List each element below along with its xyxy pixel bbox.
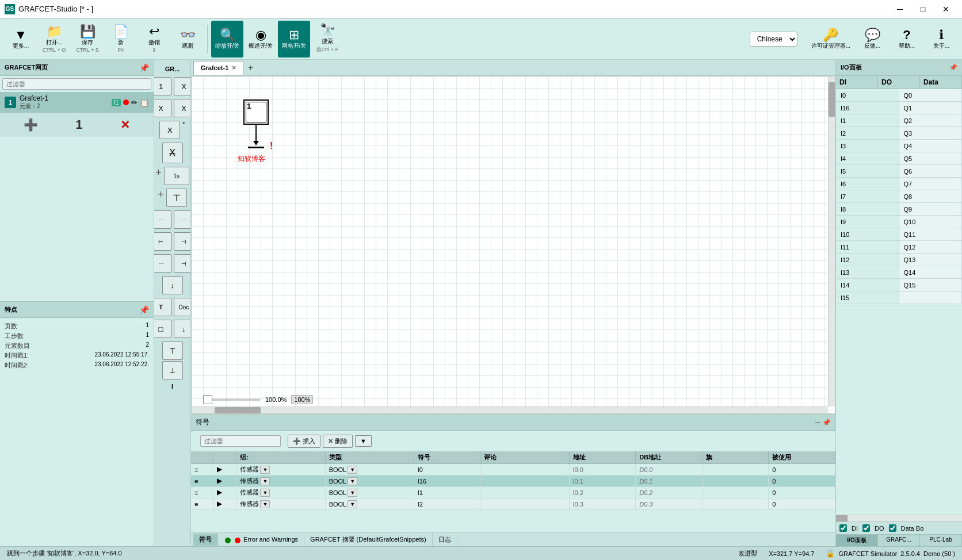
doc-button[interactable]: Doc	[174, 298, 192, 316]
parallel-in-button[interactable]: ⋯	[154, 210, 171, 229]
rbtab-grafc[interactable]: GRAFC...	[878, 535, 920, 546]
symbol-table-row[interactable]: ≡ ▶ 传感器 ▼ BOOL ▼ I0 I0.0 D0.0 0	[191, 464, 835, 475]
toolbar-btn-overview[interactable]: ◉ 概述开/关	[245, 21, 277, 57]
step-x2-button[interactable]: X	[154, 99, 171, 117]
io-pin-icon[interactable]: 📌	[949, 64, 957, 71]
zoom-slider-track[interactable]	[203, 398, 261, 401]
row-group[interactable]: 传感器 ▼	[236, 487, 325, 498]
row-group[interactable]: 传感器 ▼	[236, 475, 325, 487]
canvas-scrollbar-horizontal[interactable]	[192, 406, 828, 413]
add-tab-button[interactable]: +	[243, 61, 257, 75]
grafcet-pages-filter[interactable]	[2, 78, 151, 90]
timer-1s-button[interactable]: 1s	[164, 167, 189, 185]
parallel-in2-button[interactable]: ⋯	[154, 254, 171, 273]
btab-log[interactable]: 日志	[433, 534, 457, 546]
symbols-pin-icon[interactable]: ─	[815, 419, 820, 427]
row-expand-icon[interactable]: ▶	[213, 464, 236, 475]
insert-symbol-button[interactable]: ➕ 插入	[288, 435, 320, 448]
toolbar-btn-zoom[interactable]: 🔍 缩放开/关	[211, 21, 243, 57]
do-checkbox[interactable]	[862, 524, 870, 532]
help-button[interactable]: ? 帮助...	[891, 21, 923, 57]
toolbar-btn-search[interactable]: 🔭 搜索 按Ctrl + F	[311, 21, 343, 57]
props-pin-icon[interactable]: 📌	[139, 305, 149, 314]
toolbar-btn-more[interactable]: ▼ 更多...	[5, 21, 37, 57]
delete-symbol-button[interactable]: ✕ 删除	[323, 435, 353, 448]
rbtab-io-panel[interactable]: I/O面板	[836, 535, 878, 546]
io-scrollbar-horizontal[interactable]	[836, 515, 962, 521]
parallel-out-button[interactable]: ⋯	[174, 210, 192, 229]
row-group[interactable]: 传感器 ▼	[236, 498, 325, 510]
symbol-table-row[interactable]: ≡ ▶ 传感器 ▼ BOOL ▼ I2 I0.3 D0.3 0	[191, 498, 835, 510]
symbols-close-icon[interactable]: 📌	[822, 419, 831, 427]
group-dropdown-btn[interactable]: ▼	[260, 500, 270, 508]
license-manager-button[interactable]: 🔑 许可证管理器...	[808, 21, 854, 57]
toolbar-btn-undo[interactable]: ↩ 撤销 9	[138, 21, 170, 57]
row-type[interactable]: BOOL ▼	[325, 487, 414, 498]
data-checkbox[interactable]	[889, 524, 896, 532]
canvas-tab-grafcet1[interactable]: Grafcet-1 ×	[193, 61, 243, 75]
zoom-slider-thumb[interactable]	[203, 395, 212, 404]
group-dropdown-btn[interactable]: ▼	[260, 477, 270, 485]
close-tab-icon[interactable]: ×	[232, 64, 236, 72]
close-button[interactable]: ✕	[934, 0, 957, 18]
di-checkbox[interactable]	[839, 524, 847, 532]
toolbar-btn-grid[interactable]: ⊞ 网格开/关	[278, 21, 310, 57]
canvas-wrapper[interactable]: 1 ! 知软博客 100.0%	[191, 76, 835, 414]
toolbar-btn-view[interactable]: 👓 观测	[171, 21, 204, 57]
parallel-out2-button[interactable]: ⊣	[174, 254, 192, 273]
language-select[interactable]: Chinese English German French	[750, 32, 797, 47]
symbol-table-row[interactable]: ≡ ▶ 传感器 ▼ BOOL ▼ I16 I0.1 D0.1 0	[191, 475, 835, 487]
grafcet-step-1[interactable]: 1 ! 知软博客	[243, 99, 269, 125]
box-button[interactable]: □	[154, 320, 171, 338]
btab-grafcet-summary[interactable]: GRAFCET 摘要 (DefaultGrafcetSnippets)	[304, 534, 433, 546]
step-cross-button[interactable]: X	[162, 143, 183, 163]
toolbar-btn-save[interactable]: 💾 保存 CTRL + S	[71, 21, 104, 57]
symbol-table-row[interactable]: ≡ ▶ 传感器 ▼ BOOL ▼ I1 I0.2 D0.2 0	[191, 487, 835, 498]
btab-symbols[interactable]: 符号	[193, 534, 218, 546]
row-group[interactable]: 传感器 ▼	[236, 464, 325, 475]
toolbar-btn-open[interactable]: 📁 打开... CTRL + O	[38, 21, 70, 57]
step-conn-button[interactable]: ⊤	[166, 189, 187, 207]
seq-out-button[interactable]: ⊣	[174, 232, 192, 251]
type-dropdown-btn[interactable]: ▼	[348, 500, 357, 508]
step-x4-button[interactable]: X	[159, 121, 180, 139]
io-scrollbar-h-thumb[interactable]	[836, 515, 848, 522]
down2-button[interactable]: ↓	[174, 320, 192, 338]
row-type[interactable]: BOOL ▼	[325, 475, 414, 487]
row-expand-icon[interactable]: ▶	[213, 498, 236, 510]
canvas-scrollbar-v-thumb[interactable]	[829, 82, 835, 117]
minimize-button[interactable]: ─	[888, 0, 911, 18]
edit-icon[interactable]: ✏	[131, 98, 138, 107]
copy-icon[interactable]: 📋	[140, 98, 149, 107]
i-button[interactable]: I	[171, 383, 173, 390]
feedback-button[interactable]: 💬 反馈...	[856, 21, 888, 57]
row-type[interactable]: BOOL ▼	[325, 498, 414, 510]
group-dropdown-btn[interactable]: ▼	[260, 489, 270, 497]
down-button[interactable]: ↓	[162, 276, 183, 294]
step-1-button[interactable]: 1	[154, 77, 171, 95]
row-type[interactable]: BOOL ▼	[325, 464, 414, 475]
text-button[interactable]: T	[154, 298, 171, 316]
row-expand-icon[interactable]: ▶	[213, 475, 236, 487]
grid-btn[interactable]: ⊤	[162, 342, 183, 360]
canvas-scrollbar-vertical[interactable]	[828, 76, 835, 406]
type-dropdown-btn[interactable]: ▼	[348, 489, 357, 497]
type-dropdown-btn[interactable]: ▼	[348, 466, 357, 474]
symbols-dropdown-button[interactable]: ▼	[355, 435, 372, 447]
grafcet-page-item[interactable]: 1 Grafcet-1 元素：2 I1 ✏ 📋	[0, 92, 154, 113]
symbols-filter-input[interactable]	[200, 435, 281, 447]
grid-btn2[interactable]: ⊥	[162, 361, 183, 379]
type-dropdown-btn[interactable]: ▼	[348, 477, 357, 485]
delete-page-button[interactable]: ✕	[120, 118, 130, 132]
group-dropdown-btn[interactable]: ▼	[260, 466, 270, 474]
canvas-scrollbar-h-thumb[interactable]	[215, 407, 261, 414]
btab-errors[interactable]: Error and Warnings	[218, 534, 304, 544]
step-x-button[interactable]: X	[174, 77, 192, 95]
zoom-badge[interactable]: 100%	[291, 395, 313, 404]
row-expand-icon[interactable]: ▶	[213, 487, 236, 498]
maximize-button[interactable]: □	[911, 0, 934, 18]
add-page-button[interactable]: ➕	[24, 118, 38, 132]
pin-icon[interactable]: 📌	[139, 63, 149, 72]
rbtab-plc-lab[interactable]: PLC-Lab	[920, 535, 962, 546]
seq-in-button[interactable]: ⊢	[154, 232, 171, 251]
